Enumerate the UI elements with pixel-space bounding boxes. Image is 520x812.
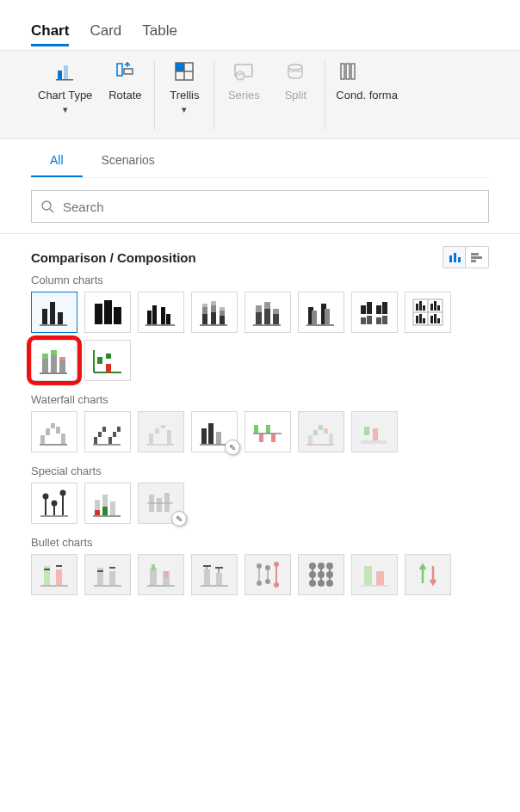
tile-bullet-bars[interactable] bbox=[351, 554, 398, 595]
svg-point-172 bbox=[265, 565, 270, 570]
svg-rect-26 bbox=[58, 312, 63, 324]
cond-format-label: Cond. forma bbox=[336, 89, 398, 102]
tile-column-smallmult-2[interactable] bbox=[405, 292, 451, 333]
svg-rect-28 bbox=[95, 304, 102, 324]
svg-rect-148 bbox=[56, 569, 62, 585]
cond-format-button[interactable]: Cond. forma bbox=[329, 56, 405, 138]
tile-bullet-dots-2[interactable] bbox=[298, 554, 344, 595]
tile-special-range[interactable]: ✎ bbox=[138, 483, 184, 524]
svg-rect-0 bbox=[58, 71, 62, 79]
group-label-special: Special charts bbox=[31, 464, 489, 477]
svg-rect-65 bbox=[382, 316, 387, 324]
tile-waterfall-5[interactable] bbox=[245, 411, 291, 452]
search-input[interactable] bbox=[61, 199, 480, 215]
svg-rect-40 bbox=[211, 305, 216, 312]
split-icon bbox=[282, 58, 309, 85]
tile-waterfall-7[interactable] bbox=[351, 411, 398, 452]
svg-rect-98 bbox=[40, 444, 67, 446]
svg-rect-124 bbox=[329, 434, 333, 444]
rotate-button[interactable]: Rotate bbox=[99, 56, 151, 138]
svg-rect-46 bbox=[256, 312, 262, 324]
svg-point-16 bbox=[42, 201, 51, 210]
svg-point-187 bbox=[327, 572, 332, 577]
svg-rect-2 bbox=[56, 79, 73, 81]
tile-bullet-arrows[interactable] bbox=[405, 554, 451, 595]
svg-rect-106 bbox=[149, 434, 153, 444]
svg-point-188 bbox=[327, 581, 332, 586]
svg-rect-72 bbox=[430, 304, 433, 311]
tab-chart[interactable]: Chart bbox=[31, 21, 69, 45]
svg-rect-54 bbox=[312, 311, 317, 324]
trellis-label: Trellis bbox=[170, 89, 199, 102]
category-title: Comparison / Composition bbox=[31, 250, 196, 265]
tile-column-stacked[interactable] bbox=[191, 292, 238, 333]
pencil-icon: ✎ bbox=[171, 511, 187, 526]
tile-waterfall-3[interactable] bbox=[138, 411, 184, 452]
category-header: Comparison / Composition bbox=[31, 246, 489, 268]
svg-rect-27 bbox=[40, 324, 67, 326]
svg-rect-77 bbox=[423, 318, 425, 323]
svg-point-11 bbox=[288, 65, 302, 70]
tile-column-clustered[interactable] bbox=[31, 292, 77, 333]
tile-bullet-4[interactable] bbox=[191, 554, 238, 595]
tile-bullet-2[interactable] bbox=[84, 554, 131, 595]
svg-rect-153 bbox=[109, 571, 115, 585]
svg-rect-58 bbox=[361, 305, 366, 314]
svg-rect-155 bbox=[94, 585, 121, 587]
svg-rect-111 bbox=[201, 428, 207, 444]
tile-column-smallmult-1[interactable] bbox=[351, 292, 398, 333]
subtab-scenarios[interactable]: Scenarios bbox=[83, 143, 174, 177]
svg-rect-190 bbox=[376, 571, 384, 585]
tile-waterfall-1[interactable] bbox=[31, 411, 77, 452]
tile-waterfall-4[interactable]: ✎ bbox=[191, 411, 238, 452]
svg-rect-125 bbox=[306, 444, 334, 446]
svg-rect-83 bbox=[51, 355, 57, 372]
svg-rect-22 bbox=[471, 256, 482, 259]
tile-column-solid[interactable] bbox=[84, 292, 131, 333]
tile-waterfall-2[interactable] bbox=[84, 411, 131, 452]
tab-card[interactable]: Card bbox=[90, 21, 121, 45]
tile-bullet-1[interactable] bbox=[31, 554, 77, 595]
svg-rect-118 bbox=[271, 434, 275, 442]
svg-rect-107 bbox=[155, 428, 159, 434]
svg-rect-71 bbox=[423, 305, 425, 311]
svg-rect-135 bbox=[40, 515, 68, 517]
svg-point-170 bbox=[257, 581, 262, 586]
tile-column-stacked-alt[interactable] bbox=[245, 292, 291, 333]
chart-type-button[interactable]: Chart Type ▾ bbox=[31, 56, 99, 138]
svg-rect-139 bbox=[102, 507, 108, 515]
tile-column-waterfall-mini[interactable] bbox=[84, 340, 131, 381]
rotate-label: Rotate bbox=[108, 89, 141, 102]
svg-rect-20 bbox=[458, 257, 461, 262]
svg-point-178 bbox=[310, 563, 315, 569]
svg-point-182 bbox=[319, 563, 324, 569]
svg-rect-59 bbox=[367, 302, 372, 314]
svg-rect-167 bbox=[201, 585, 228, 587]
svg-rect-115 bbox=[254, 425, 258, 434]
svg-rect-36 bbox=[202, 314, 207, 324]
svg-rect-116 bbox=[259, 434, 263, 442]
tile-column-overlap[interactable] bbox=[298, 292, 344, 333]
tile-bullet-3[interactable] bbox=[138, 554, 184, 595]
svg-rect-60 bbox=[361, 317, 366, 324]
svg-rect-126 bbox=[364, 427, 369, 435]
trellis-button[interactable]: Trellis ▾ bbox=[158, 56, 210, 138]
tile-bullet-dots-1[interactable] bbox=[245, 554, 291, 595]
tile-column-grouped[interactable] bbox=[138, 292, 184, 333]
svg-rect-79 bbox=[434, 314, 436, 323]
search-box[interactable] bbox=[31, 190, 489, 223]
tab-table[interactable]: Table bbox=[142, 21, 177, 45]
orientation-horizontal-button[interactable] bbox=[466, 247, 488, 268]
svg-point-130 bbox=[43, 494, 49, 500]
tile-column-variance[interactable] bbox=[31, 340, 77, 381]
svg-point-175 bbox=[274, 562, 279, 567]
orientation-vertical-button[interactable] bbox=[443, 247, 466, 268]
svg-rect-137 bbox=[95, 510, 100, 515]
tile-waterfall-6[interactable] bbox=[298, 411, 344, 452]
subtab-all[interactable]: All bbox=[31, 143, 83, 177]
svg-rect-122 bbox=[319, 425, 323, 430]
tile-special-combo[interactable] bbox=[84, 483, 131, 524]
column-charts-tiles bbox=[31, 292, 489, 381]
svg-rect-113 bbox=[216, 432, 221, 444]
tile-special-lollipop[interactable] bbox=[31, 483, 77, 524]
